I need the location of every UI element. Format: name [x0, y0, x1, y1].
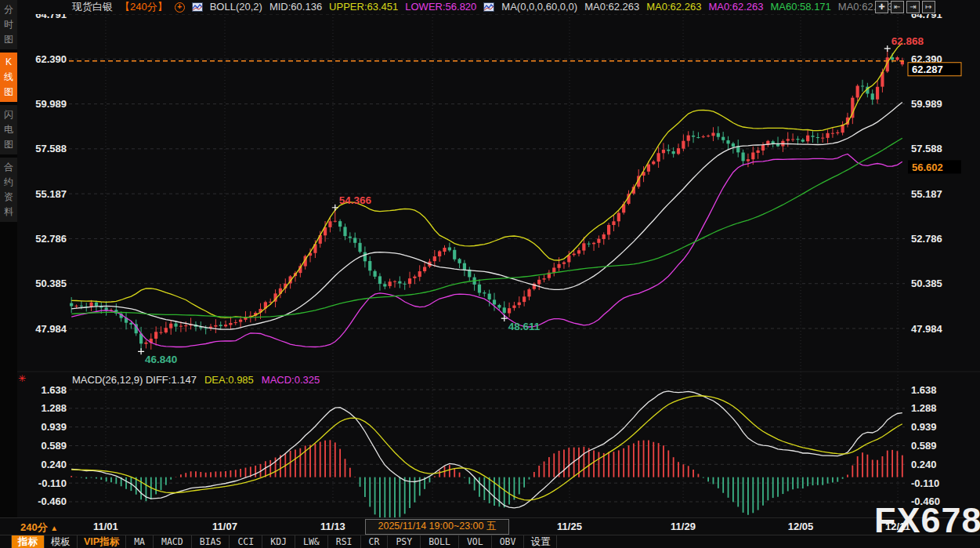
indicator-header-bar: 现货白银【240分】+BOLL(20,2)MID:60.136UPPER:63.… — [17, 0, 980, 14]
boll-lower-value: LOWER:56.820 — [405, 0, 476, 14]
symbol-name: 现货白银 — [72, 0, 113, 14]
svg-text:52.786: 52.786 — [911, 233, 942, 245]
selected-candle-datetime: 2025/11/14 19:00~23:00 五 — [365, 519, 509, 535]
svg-text:62.287: 62.287 — [912, 64, 943, 75]
axis-labels-layer: 64.79164.79162.39062.39059.98959.98957.5… — [35, 14, 942, 507]
overlay-lines-layer — [71, 43, 902, 347]
tab-char: 资 — [0, 190, 17, 205]
macd-header-part-1: DEA:0.985 — [204, 374, 254, 386]
toolbar-button-MA[interactable]: MA — [126, 535, 154, 548]
bottom-toolbar: 指标模板VIP指标MAMACDBIASCCIKDJLW&RSICRPSYBOLL… — [0, 535, 980, 548]
toolbar-button-CR[interactable]: CR — [361, 535, 389, 548]
period-selector[interactable]: 240分 ▲ — [20, 521, 58, 535]
svg-text:55.187: 55.187 — [35, 188, 67, 200]
grid-layer — [17, 14, 980, 502]
svg-text:56.602: 56.602 — [912, 161, 943, 173]
toolbar-button-KDJ[interactable]: KDJ — [262, 535, 295, 548]
toolbar-button-MACD[interactable]: MACD — [154, 535, 192, 548]
period-arrow-icon: ▲ — [50, 524, 58, 532]
svg-text:57.588: 57.588 — [911, 143, 942, 154]
collapse-indicator-icon[interactable]: + — [175, 2, 185, 13]
extreme-cross-icon — [884, 45, 891, 52]
x-axis-tick: 11/01 — [82, 521, 129, 532]
svg-text:0.939: 0.939 — [911, 421, 937, 433]
x-axis-tick: 12/05 — [777, 521, 824, 532]
app-window: 分时图K线图闪电图合约资料 现货白银【240分】+BOLL(20,2)MID:6… — [0, 0, 980, 548]
x-axis-tick: 11/07 — [201, 521, 248, 532]
svg-text:0.240: 0.240 — [911, 459, 937, 470]
svg-text:-0.460: -0.460 — [38, 495, 67, 507]
extreme-price-label: 54.366 — [339, 194, 372, 206]
toolbar-button-OBV[interactable]: OBV — [492, 535, 525, 548]
x-axis-tick: 11/13 — [309, 521, 356, 532]
svg-text:0.939: 0.939 — [41, 421, 67, 433]
crosshair-icon[interactable]: ✚ — [875, 1, 888, 13]
tab-char: 电 — [0, 122, 17, 137]
kline-chart[interactable]: 64.79164.79162.39062.39059.98959.98957.5… — [17, 14, 980, 517]
x-axis-tick: 11/29 — [660, 521, 707, 532]
ma60-value: MA60:58.171 — [770, 0, 830, 14]
pan-right-icon[interactable]: ↦ — [922, 1, 935, 13]
zoom-out-icon[interactable]: ⇤ — [891, 1, 904, 13]
tab-char: 合 — [0, 160, 17, 175]
sidebar-tab-K线图[interactable]: K线图 — [0, 53, 17, 102]
svg-text:1.638: 1.638 — [41, 384, 67, 396]
toolbar-button-模板[interactable]: 模板 — [45, 535, 78, 548]
svg-text:47.984: 47.984 — [911, 323, 943, 335]
svg-text:0.589: 0.589 — [911, 440, 937, 452]
boll-upper-value: UPPER:63.451 — [329, 0, 398, 14]
toolbar-button-CCI[interactable]: CCI — [230, 535, 262, 548]
toolbar-button-PSY[interactable]: PSY — [388, 535, 421, 548]
toolbar-button-RSI[interactable]: RSI — [328, 535, 361, 548]
tab-char: 分 — [0, 2, 17, 17]
svg-text:0.240: 0.240 — [41, 459, 67, 470]
tab-char: K — [0, 55, 17, 70]
extreme-price-label: 46.840 — [145, 354, 177, 365]
toolbar-button-BOLL[interactable]: BOLL — [421, 535, 459, 548]
macd-layer — [71, 391, 902, 517]
boll-mid-value: MID:60.136 — [269, 0, 322, 14]
toolbar-button-设置[interactable]: 设置 — [524, 535, 557, 548]
extreme-price-label: 48.611 — [508, 321, 541, 332]
tab-char: 线 — [0, 70, 17, 85]
extreme-cross-icon — [138, 348, 144, 354]
svg-text:1.288: 1.288 — [41, 402, 67, 414]
sidebar-tab-合约资料[interactable]: 合约资料 — [0, 158, 17, 222]
sidebar-tab-分时图[interactable]: 分时图 — [0, 0, 17, 49]
toolbar-button-BIAS[interactable]: BIAS — [192, 535, 230, 548]
x-axis-tick: 12/11 — [874, 521, 921, 532]
svg-text:1.288: 1.288 — [911, 402, 937, 414]
ma-name: MA(0,0,0,60,0,0) — [501, 0, 577, 14]
toolbar-button-指标[interactable]: 指标 — [11, 535, 45, 548]
sidebar: 分时图K线图闪电图合约资料 — [0, 0, 17, 548]
svg-text:59.989: 59.989 — [35, 98, 67, 110]
svg-text:64.791: 64.791 — [35, 14, 67, 20]
ma0-value-1: MA0:62.263 — [584, 0, 639, 14]
extreme-cross-icon — [332, 205, 338, 211]
toolbar-button-VOL[interactable]: VOL — [459, 535, 492, 548]
tab-char: 图 — [0, 85, 17, 100]
toolbar-button-LW&[interactable]: LW& — [295, 535, 328, 548]
time-axis: 240分 ▲ 2025/11/14 19:00~23:00 五 11/0111/… — [0, 517, 980, 535]
alert-icon[interactable]: ✳ — [18, 373, 26, 384]
ma0-value-3: MA0:62.263 — [708, 0, 763, 14]
boll-name: BOLL(20,2) — [210, 0, 262, 14]
svg-text:62.390: 62.390 — [35, 53, 67, 65]
svg-text:47.984: 47.984 — [35, 323, 67, 335]
macd-header-part-2: MACD:0.325 — [262, 374, 320, 386]
svg-text:0.589: 0.589 — [41, 440, 67, 452]
sidebar-tab-闪电图[interactable]: 闪电图 — [0, 105, 17, 154]
tab-char: 约 — [0, 175, 17, 190]
macd-header-part-0: MACD(26,12,9) DIFF:1.147 — [72, 374, 197, 386]
macd-header: MACD(26,12,9) DIFF:1.147DEA:0.985MACD:0.… — [72, 374, 327, 386]
toolbar-button-VIP指标[interactable]: VIP指标 — [78, 535, 126, 548]
extreme-price-label: 62.868 — [891, 35, 924, 47]
tab-char: 图 — [0, 32, 17, 47]
svg-text:50.385: 50.385 — [911, 278, 942, 289]
svg-text:1.638: 1.638 — [911, 384, 937, 396]
svg-text:55.187: 55.187 — [911, 188, 942, 200]
svg-text:-0.110: -0.110 — [911, 477, 939, 489]
chart-toolbar-icons: ✚⇤⇥↦ — [875, 1, 935, 13]
zoom-in-icon[interactable]: ⇥ — [906, 1, 920, 13]
tab-char: 闪 — [0, 107, 17, 122]
